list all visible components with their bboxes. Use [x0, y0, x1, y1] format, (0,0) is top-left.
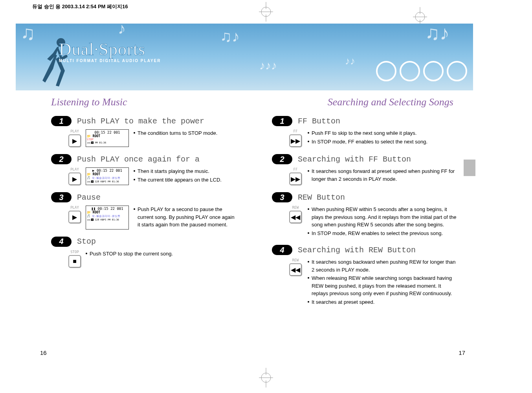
rew-button-icon: ◀◀	[289, 211, 302, 223]
button-label: PLAY	[68, 129, 81, 133]
music-note-icon: ♫	[20, 22, 35, 44]
step-badge: 2	[51, 154, 72, 164]
step-1: 1FF ButtonFF▶▶Push FF to skip to the nex…	[272, 116, 457, 147]
page-number-left: 16	[40, 349, 47, 356]
play-button-icon: ▶	[68, 134, 81, 147]
music-note-icon: ♪♪♪	[259, 59, 277, 72]
step-2: 2Push PLAY once again for aPLAY▶▶ 00:15 …	[51, 154, 238, 185]
product-title: Dual·Sports	[59, 39, 161, 59]
step-title: Searching with FF Button	[298, 155, 411, 164]
crop-mark-bottom	[256, 368, 276, 389]
step-text: Push PLAY for a second to pause the curr…	[134, 206, 238, 230]
stop-button-icon: ■	[68, 255, 81, 268]
step-3: 3REW ButtonREW◀◀When pushing REW within …	[272, 192, 457, 238]
music-note-icon: ♫♪	[220, 28, 240, 45]
crop-mark-top	[256, 2, 276, 23]
step-title: FF Button	[298, 117, 340, 126]
button-label: REW	[289, 258, 302, 262]
step-badge: 1	[272, 116, 292, 126]
step-text: When pushing REW within 5 seconds after …	[308, 206, 457, 238]
play-button-icon: ▶	[68, 173, 81, 185]
product-subtitle: MULTI FORMAT DIGITAL AUDIO PLAYER	[59, 59, 161, 63]
step-1: 1Push PLAY to make the powerPLAY▶00:15 2…	[51, 116, 238, 147]
step-title: REW Button	[298, 193, 345, 202]
rew-button-icon: ◀◀	[289, 263, 302, 276]
step-title: Pause	[77, 193, 101, 202]
step-text: Push FF to skip to the next song while i…	[308, 129, 427, 147]
button-label: FF	[289, 129, 302, 133]
step-2: 2Searching with FF ButtonFF▶▶It searches…	[272, 154, 457, 185]
background-banner: Dual·Sports MULTI FORMAT DIGITAL AUDIO P…	[16, 24, 473, 90]
music-note-icon: ♪♪	[345, 55, 355, 67]
lcd-screen: 00:15 22 001📁 ROOTSTOP▯◎▢🅰 PM 01:36	[86, 129, 129, 147]
step-badge: 4	[51, 237, 72, 247]
button-label: REW	[289, 206, 302, 209]
button-label: PLAY	[68, 206, 81, 209]
step-title: Push PLAY to make the power	[77, 117, 204, 126]
step-badge: 2	[272, 154, 292, 164]
step-badge: 4	[272, 245, 292, 255]
step-badge: 3	[51, 192, 72, 202]
header-info: 듀얼 승인 용 2003.3.14 2:54 PM 페이지16	[32, 3, 128, 10]
step-title: Push PLAY once again for a	[77, 155, 200, 164]
button-label: STOP	[68, 250, 81, 254]
lcd-screen: ▶ 00:15 22 001📁 ROOT🎵 오-필승코리아-윤도현▯◎▢🅰 12…	[86, 167, 129, 185]
step-badge: 3	[272, 192, 292, 202]
step-3: 3PausePLAY▶❚❚ 00:15 22 001📁 ROOT🎵 오-필승코리…	[51, 192, 238, 230]
left-section-title: Listening to Music	[51, 96, 238, 108]
page-number-right: 17	[459, 349, 465, 356]
music-note-icon: ♪	[118, 20, 126, 37]
right-section-title: Searching and Selecting Songs	[272, 96, 453, 108]
step-badge: 1	[51, 116, 72, 126]
step-text: The condition turns to STOP mode.	[134, 129, 217, 147]
ff-button-icon: ▶▶	[289, 173, 302, 185]
play-button-icon: ▶	[68, 211, 81, 223]
step-title: Searching with REW Button	[298, 246, 416, 255]
step-title: Stop	[77, 237, 96, 246]
button-label: PLAY	[68, 167, 81, 171]
step-4: 4StopSTOP■Push STOP to stop the current …	[51, 237, 238, 268]
music-note-icon: ♫♪	[425, 22, 450, 44]
button-label: FF	[289, 167, 302, 171]
lcd-screen: ❚❚ 00:15 22 001📁 ROOT🎵 오-필승코리아-윤도현▯◎▢🅰 1…	[86, 206, 129, 230]
step-text: It searches songs forward at preset spee…	[308, 167, 457, 185]
ff-button-icon: ▶▶	[289, 134, 302, 147]
step-text: Push STOP to stop the current song.	[86, 250, 173, 268]
step-4: 4Searching with REW ButtonREW◀◀It search…	[272, 245, 457, 307]
step-text: Then it starts playing the music.The cur…	[134, 167, 222, 185]
step-text: It searches songs backward when pushing …	[308, 258, 457, 307]
decorative-circles	[373, 61, 467, 83]
